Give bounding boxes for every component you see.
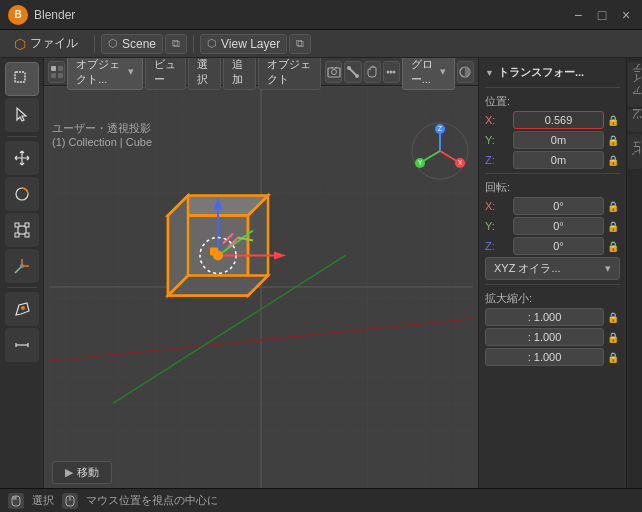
file-menu[interactable]: ⬡ ファイル (4, 33, 88, 54)
rot-y-lock-icon[interactable]: 🔒 (606, 219, 620, 233)
scale-z-row: : 1.000 🔒 (485, 348, 620, 366)
svg-rect-11 (51, 73, 56, 78)
tab-item[interactable]: アイテム (628, 62, 642, 107)
scale-y-value[interactable]: : 1.000 (485, 328, 604, 346)
bones-icon-btn[interactable] (344, 61, 361, 83)
scale-tool-button[interactable] (5, 213, 39, 247)
rot-y-value[interactable]: 0° (513, 217, 604, 235)
view-layer-selector[interactable]: ⬡ View Layer (200, 34, 287, 54)
panel-divider-3 (485, 284, 620, 285)
panel-divider-2 (485, 173, 620, 174)
cursor-tool-button[interactable] (5, 98, 39, 132)
svg-point-19 (393, 70, 396, 73)
annotate-tool-button[interactable] (5, 292, 39, 326)
viewport-toolbar: オブジェクト... ▾ ビュー 選択 追加 オブジェクト (44, 58, 478, 86)
svg-rect-10 (58, 66, 63, 71)
position-x-row: X: 0.569 🔒 (485, 111, 620, 129)
chat-icon-btn[interactable] (383, 61, 400, 83)
pos-y-lock-icon[interactable]: 🔒 (606, 133, 620, 147)
scale-z-value[interactable]: : 1.000 (485, 348, 604, 366)
axis-gizmo: Z X Y (410, 121, 470, 181)
svg-text:X: X (458, 159, 463, 166)
tab-view[interactable]: ビュー (628, 134, 642, 169)
transform-panel-header[interactable]: ▼ トランスフォー... (485, 62, 620, 83)
transform-tool-button[interactable] (5, 249, 39, 283)
menu-bar: ⬡ ファイル ⬡ Scene ⧉ ⬡ View Layer ⧉ (0, 30, 642, 58)
scale-x-lock-icon[interactable]: 🔒 (606, 310, 620, 324)
mouse-left-icon (8, 493, 24, 509)
camera-icon-btn[interactable] (325, 61, 342, 83)
select-menu[interactable]: 選択 (188, 58, 221, 90)
scale-x-value[interactable]: : 1.000 (485, 308, 604, 326)
rot-x-lock-icon[interactable]: 🔒 (606, 199, 620, 213)
add-menu[interactable]: 追加 (223, 58, 256, 90)
rot-z-lock-icon[interactable]: 🔒 (606, 239, 620, 253)
viewlayer-copy-button[interactable]: ⧉ (289, 34, 311, 54)
scale-y-lock-icon[interactable]: 🔒 (606, 330, 620, 344)
svg-rect-0 (15, 72, 25, 82)
viewport[interactable]: オブジェクト... ▾ ビュー 選択 追加 オブジェクト (44, 58, 478, 488)
select-tool-button[interactable] (5, 62, 39, 96)
tool-separator-1 (7, 136, 37, 137)
pos-z-lock-icon[interactable]: 🔒 (606, 153, 620, 167)
svg-text:Z: Z (438, 125, 443, 132)
view-menu[interactable]: ビュー (145, 58, 186, 90)
move-widget[interactable]: ▶ 移動 (52, 461, 112, 484)
svg-rect-12 (58, 73, 63, 78)
object-mode-selector[interactable]: オブジェクト... ▾ (67, 58, 143, 90)
title-bar-right: − □ × (570, 7, 634, 23)
tab-tool[interactable]: ツール (628, 109, 642, 132)
rotation-y-row: Y: 0° 🔒 (485, 217, 620, 235)
position-y-row: Y: 0m 🔒 (485, 131, 620, 149)
title-bar-left: B Blender (8, 5, 75, 25)
pos-y-value[interactable]: 0m (513, 131, 604, 149)
viewport-info: ユーザー・透視投影 (1) Collection | Cube (52, 121, 152, 148)
position-z-row: Z: 0m 🔒 (485, 151, 620, 169)
rotation-z-row: Z: 0° 🔒 (485, 237, 620, 255)
measure-tool-button[interactable] (5, 328, 39, 362)
select-label: 選択 (32, 493, 54, 508)
rot-x-label: X: (485, 200, 513, 212)
maximize-button[interactable]: □ (594, 7, 610, 23)
pos-z-label: Z: (485, 154, 513, 166)
rotation-x-row: X: 0° 🔒 (485, 197, 620, 215)
overlay-selector[interactable]: グロー... ▾ (402, 58, 455, 90)
properties-panel: ▼ トランスフォー... 位置: X: 0.569 🔒 Y: 0m 🔒 Z: (479, 58, 626, 488)
rotate-tool-button[interactable] (5, 177, 39, 211)
close-button[interactable]: × (618, 7, 634, 23)
mouse-middle-icon (62, 493, 78, 509)
viewport-icon-btn-1[interactable] (48, 61, 65, 83)
right-panel: ▼ トランスフォー... 位置: X: 0.569 🔒 Y: 0m 🔒 Z: (478, 58, 626, 488)
title-bar: B Blender − □ × (0, 0, 642, 30)
rot-x-value[interactable]: 0° (513, 197, 604, 215)
object-menu[interactable]: オブジェクト (258, 58, 321, 90)
svg-point-7 (20, 264, 24, 268)
euler-dropdown[interactable]: XYZ オイラ... ▾ (485, 257, 620, 280)
mouse-center-label: マウス位置を視点の中心に (86, 493, 218, 508)
shading-icon-btn[interactable] (457, 61, 474, 83)
svg-point-18 (390, 70, 393, 73)
move-tool-button[interactable] (5, 141, 39, 175)
rot-z-value[interactable]: 0° (513, 237, 604, 255)
blender-logo: B (8, 5, 28, 25)
menu-separator-2 (193, 35, 194, 53)
minimize-button[interactable]: − (570, 7, 586, 23)
scene-selector[interactable]: ⬡ Scene (101, 34, 163, 54)
gizmo-svg: Z X Y (410, 121, 470, 181)
rot-y-label: Y: (485, 220, 513, 232)
scene-copy-button[interactable]: ⧉ (165, 34, 187, 54)
svg-point-17 (387, 70, 390, 73)
pos-x-lock-icon[interactable]: 🔒 (606, 113, 620, 127)
pos-x-value[interactable]: 0.569 (513, 111, 604, 129)
tool-separator-2 (7, 287, 37, 288)
scale-z-lock-icon[interactable]: 🔒 (606, 350, 620, 364)
rotation-label: 回転: (485, 178, 620, 197)
pos-y-label: Y: (485, 134, 513, 146)
scale-label: 拡大縮小: (485, 289, 620, 308)
pos-z-value[interactable]: 0m (513, 151, 604, 169)
left-toolbar (0, 58, 44, 488)
svg-marker-51 (274, 252, 286, 260)
scene-canvas: ユーザー・透視投影 (1) Collection | Cube Z X (44, 86, 478, 488)
svg-rect-3 (15, 223, 19, 227)
hand-icon-btn[interactable] (364, 61, 381, 83)
